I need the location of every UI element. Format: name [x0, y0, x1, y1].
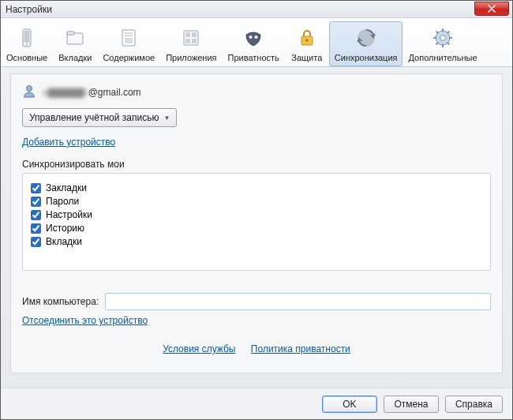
svg-line-25	[436, 32, 439, 34]
sync-item-bookmarks: Закладки	[31, 182, 482, 193]
svg-rect-10	[185, 32, 190, 37]
window-title: Настройки	[6, 4, 52, 15]
sync-items-box: Закладки Пароли Настройки Историю Вкладк…	[22, 173, 491, 271]
checkbox-tabs[interactable]	[31, 237, 41, 247]
svg-point-20	[440, 36, 446, 41]
grid-icon	[179, 26, 203, 50]
tab-label: Дополнительные	[408, 53, 477, 62]
svg-point-2	[26, 44, 28, 46]
manage-account-label: Управление учётной записью	[29, 112, 159, 123]
phone-icon	[15, 26, 39, 50]
svg-rect-13	[192, 39, 197, 43]
checkbox-history[interactable]	[31, 223, 41, 234]
disconnect-device-link[interactable]: Отсоединить это устройство	[22, 315, 148, 326]
mask-icon	[242, 26, 265, 50]
cancel-button[interactable]: Отмена	[384, 396, 439, 413]
checkbox-label: Вкладки	[46, 236, 82, 247]
tab-content[interactable]: Содержимое	[97, 21, 160, 66]
sync-item-settings: Настройки	[31, 209, 482, 220]
svg-line-27	[447, 32, 450, 34]
account-row: a▇▇▇▇▇k@gmail.com	[22, 84, 491, 100]
avatar-icon	[22, 84, 36, 100]
tab-applications[interactable]: Приложения	[160, 21, 222, 66]
ok-button[interactable]: OK	[322, 396, 377, 413]
checkbox-label: Историю	[46, 223, 84, 234]
tab-label: Приложения	[166, 53, 216, 62]
svg-point-29	[27, 86, 32, 92]
checkbox-bookmarks[interactable]	[31, 183, 41, 193]
tab-tabs[interactable]: Вкладки	[53, 21, 97, 66]
svg-rect-6	[125, 38, 133, 43]
tab-sync[interactable]: Синхронизация	[329, 21, 403, 66]
svg-rect-1	[24, 31, 30, 43]
tab-label: Приватность	[228, 53, 279, 62]
checkbox-settings[interactable]	[31, 210, 41, 220]
toolbar: Основные Вкладки Содержимое	[1, 18, 512, 67]
tab-advanced[interactable]: Дополнительные	[403, 21, 482, 66]
svg-rect-4	[67, 32, 74, 35]
chevron-down-icon: ▼	[163, 114, 170, 122]
tab-label: Синхронизация	[335, 53, 398, 62]
sync-item-passwords: Пароли	[31, 196, 482, 207]
checkbox-passwords[interactable]	[31, 197, 41, 207]
tab-label: Основные	[6, 53, 47, 62]
tab-security[interactable]: Защита	[285, 21, 329, 66]
policies: Условия службы Политика приватности	[22, 343, 491, 354]
svg-line-26	[447, 43, 450, 45]
svg-line-28	[436, 43, 439, 45]
sync-icon	[354, 26, 378, 50]
help-button[interactable]: Справка	[445, 396, 503, 413]
sync-item-tabs: Вкладки	[31, 236, 482, 247]
sync-item-history: Историю	[31, 223, 482, 234]
tab-general[interactable]: Основные	[1, 21, 53, 66]
account-email: a▇▇▇▇▇k@gmail.com	[43, 87, 141, 98]
computer-name-row: Имя компьютера:	[22, 293, 491, 310]
computer-name-input[interactable]	[105, 293, 491, 310]
dialog-footer: OK Отмена Справка	[1, 388, 512, 419]
folder-icon	[63, 26, 87, 50]
close-icon	[488, 5, 496, 13]
sync-panel: a▇▇▇▇▇k@gmail.com Управление учётной зап…	[10, 73, 503, 373]
svg-rect-12	[185, 39, 190, 43]
title-bar: Настройки	[1, 1, 512, 18]
checkbox-label: Закладки	[46, 182, 87, 193]
tab-label: Защита	[291, 53, 322, 62]
svg-point-15	[255, 36, 258, 39]
svg-point-14	[249, 36, 253, 39]
terms-link[interactable]: Условия службы	[163, 343, 235, 354]
close-button[interactable]	[474, 2, 509, 16]
svg-point-17	[305, 39, 308, 42]
tab-label: Вкладки	[58, 53, 92, 62]
checkbox-label: Пароли	[46, 196, 79, 207]
checkbox-label: Настройки	[46, 209, 92, 220]
tab-label: Содержимое	[103, 53, 155, 62]
add-device-link[interactable]: Добавить устройство	[22, 137, 115, 148]
sync-section-label: Синхронизировать мои	[22, 159, 491, 170]
svg-rect-11	[192, 32, 197, 37]
settings-window: Настройки Основные	[0, 0, 513, 420]
tab-privacy[interactable]: Приватность	[223, 21, 285, 66]
gear-icon	[431, 26, 455, 50]
document-icon	[117, 26, 140, 50]
privacy-link[interactable]: Политика приватности	[251, 343, 350, 354]
manage-account-button[interactable]: Управление учётной записью ▼	[22, 108, 177, 127]
lock-icon	[295, 26, 319, 50]
computer-name-label: Имя компьютера:	[22, 296, 99, 307]
